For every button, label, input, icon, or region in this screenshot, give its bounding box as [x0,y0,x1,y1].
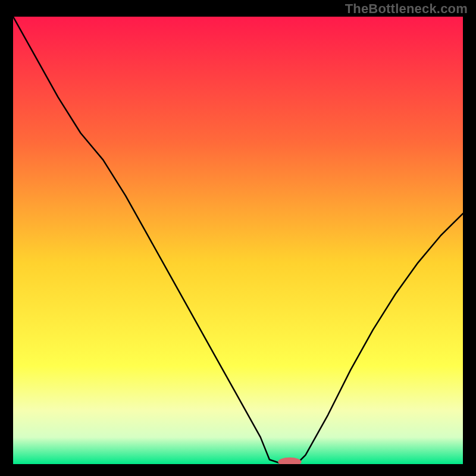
chart-svg [13,17,463,464]
chart-frame: TheBottleneck.com [0,0,476,476]
plot-area [13,17,463,464]
watermark-text: TheBottleneck.com [345,1,468,17]
